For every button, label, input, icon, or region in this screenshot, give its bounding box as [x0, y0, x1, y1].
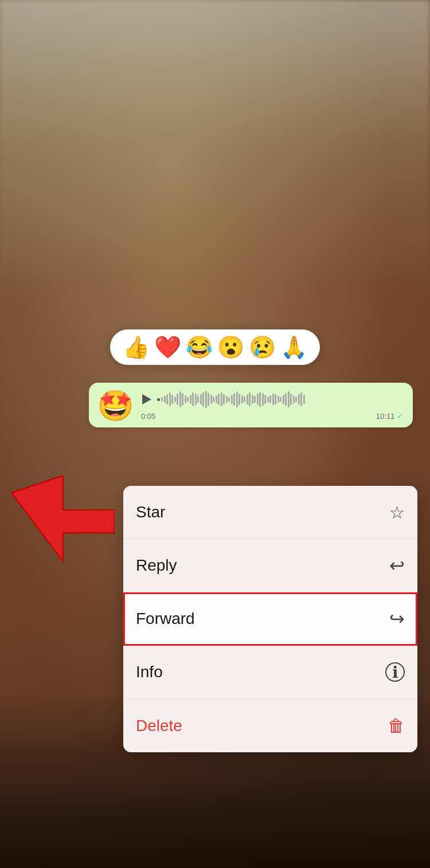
waveform-bar [174, 396, 176, 402]
waveform-bar [269, 395, 271, 403]
menu-delete-label: Delete [136, 717, 182, 735]
waveform-bar [164, 396, 166, 403]
waveform-bar [259, 392, 261, 407]
menu-info-label: Info [136, 663, 163, 681]
waveform-bar [264, 395, 266, 404]
waveform-bar [239, 394, 240, 405]
waveform-bar [190, 395, 191, 404]
waveform-bar [288, 391, 290, 407]
emoji-cry[interactable]: 😢 [249, 336, 276, 358]
emoji-laugh[interactable]: 😂 [186, 336, 213, 358]
menu-forward-label: Forward [136, 610, 195, 628]
menu-item-forward[interactable]: Forward ↪ [123, 592, 417, 646]
red-arrow-annotation [11, 476, 115, 579]
waveform-bar [179, 391, 181, 407]
menu-item-star[interactable]: Star ☆ [123, 486, 417, 539]
waveform-bar [244, 396, 245, 402]
waveform-bar [295, 396, 297, 402]
waveform-bar [277, 396, 279, 403]
waveform-bar [202, 392, 204, 407]
waveform-dot [157, 398, 160, 401]
waveform-bar [272, 394, 274, 405]
menu-item-info[interactable]: Info ℹ [123, 646, 417, 699]
forward-icon: ↪ [389, 608, 405, 630]
waveform-bar [221, 392, 222, 406]
waveform-bar [166, 394, 168, 404]
emoji-pray[interactable]: 🙏 [280, 336, 307, 358]
emoji-surprised[interactable]: 😮 [217, 336, 244, 358]
waveform-bar [205, 391, 207, 408]
waveform-bar [213, 396, 214, 402]
waveform-bar [171, 395, 173, 404]
waveform-bar [228, 397, 230, 402]
waveform-bars [161, 391, 404, 408]
svg-marker-0 [11, 476, 115, 561]
waveform-bar [233, 393, 235, 406]
waveform-bar [218, 394, 220, 405]
voice-message-bubble: 🤩 0:05 10:11 ✓ [89, 383, 413, 427]
emoji-reaction-bar[interactable]: 👍 ❤️ 😂 😮 😢 🙏 [110, 329, 320, 365]
waveform-bar [177, 394, 178, 405]
voice-controls [141, 391, 404, 408]
waveform-bar [161, 397, 163, 402]
waveform-bar [252, 395, 253, 404]
waveform-bar [285, 393, 287, 406]
waveform-bar [231, 395, 233, 404]
waveform-bar [290, 394, 292, 405]
waveform-bar [241, 395, 243, 403]
reply-icon: ↩ [389, 555, 405, 576]
menu-item-delete[interactable]: Delete 🗑 [123, 699, 417, 752]
play-button-icon[interactable] [142, 394, 151, 404]
message-time-row: 0:05 10:11 ✓ [141, 411, 404, 421]
waveform-bar [197, 396, 199, 403]
waveform-bar [275, 394, 276, 404]
star-icon: ☆ [389, 502, 405, 523]
waveform-bar [208, 393, 209, 406]
menu-reply-label: Reply [136, 556, 177, 575]
read-checkmark: ✓ [397, 411, 404, 421]
waveform-bar [254, 396, 256, 403]
waveform-bar [210, 395, 212, 404]
context-menu: Star ☆ Reply ↩ Forward ↪ Info ℹ Delete 🗑 [123, 486, 417, 752]
emoji-heart[interactable]: ❤️ [154, 336, 181, 358]
waveform-bar [182, 393, 183, 406]
waveform-bar [187, 397, 189, 402]
voice-duration-end: 10:11 ✓ [376, 411, 404, 421]
waveform-bar [192, 392, 194, 406]
voice-duration-start: 0:05 [141, 412, 155, 421]
delete-icon: 🗑 [388, 716, 405, 736]
waveform-bar [293, 395, 295, 403]
menu-star-label: Star [136, 503, 165, 521]
waveform-bar [303, 395, 305, 404]
message-avatar-emoji: 🤩 [97, 391, 134, 421]
waveform-bar [298, 394, 300, 404]
waveform-bar [300, 392, 302, 406]
info-icon: ℹ [385, 662, 405, 682]
menu-item-reply[interactable]: Reply ↩ [123, 539, 417, 592]
waveform-bar [247, 394, 248, 404]
waveform [157, 391, 404, 408]
waveform-bar [226, 396, 228, 403]
waveform-bar [185, 395, 186, 403]
waveform-bar [200, 394, 202, 404]
background-top-patch [0, 0, 430, 286]
emoji-thumbsup[interactable]: 👍 [123, 336, 150, 358]
waveform-bar [280, 397, 282, 402]
waveform-bar [257, 394, 259, 405]
waveform-bar [223, 394, 225, 404]
waveform-bar [236, 391, 238, 407]
waveform-bar [216, 395, 217, 403]
waveform-bar [195, 394, 197, 405]
waveform-bar [169, 392, 171, 406]
waveform-bar [267, 396, 269, 402]
waveform-bar [249, 392, 251, 406]
waveform-bar [283, 395, 284, 404]
waveform-bar [262, 393, 264, 406]
message-content: 0:05 10:11 ✓ [141, 391, 404, 421]
